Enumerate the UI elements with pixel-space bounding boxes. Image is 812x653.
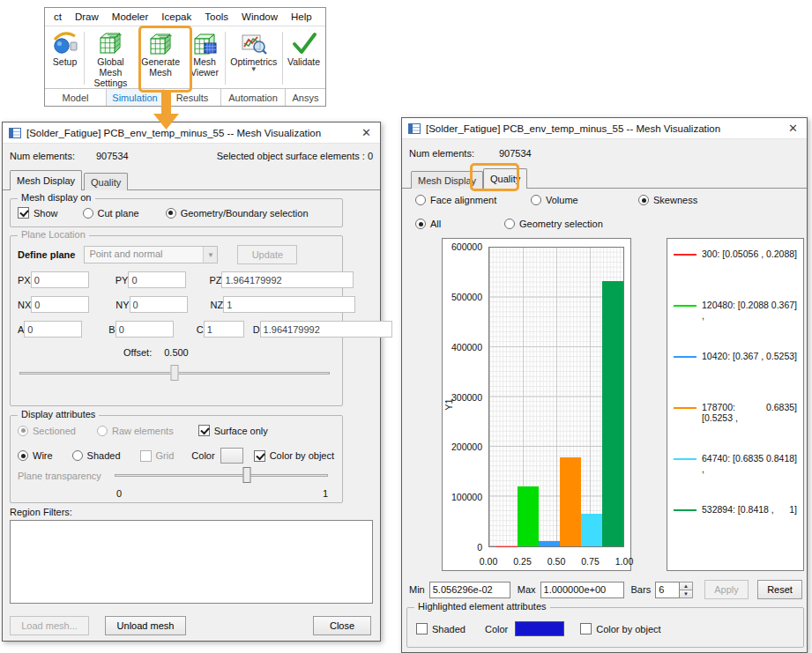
y-tick-label: 100000 bbox=[451, 492, 482, 502]
sectioned-radio bbox=[18, 426, 28, 436]
bars-spinner[interactable]: ▲ ▼ bbox=[680, 582, 693, 598]
min-input[interactable] bbox=[429, 582, 510, 598]
geometry-boundary-label: Geometry/Boundary selection bbox=[181, 208, 309, 219]
tab-quality[interactable]: Quality bbox=[483, 168, 527, 189]
menu-item-window[interactable]: Window bbox=[242, 11, 278, 22]
menu-item-icepak[interactable]: Icepak bbox=[161, 11, 191, 22]
volume-radio[interactable] bbox=[531, 195, 541, 205]
transparency-slider-thumb[interactable] bbox=[243, 467, 251, 483]
wire-radio[interactable] bbox=[18, 450, 28, 461]
max-input[interactable] bbox=[540, 582, 624, 598]
legend-series-line bbox=[674, 305, 697, 307]
scope-all-radio[interactable] bbox=[415, 219, 426, 229]
menu-item-help[interactable]: Help bbox=[291, 11, 312, 22]
ny-input bbox=[130, 296, 188, 313]
tab-mesh-display[interactable]: Mesh Display bbox=[10, 170, 82, 190]
toolbar-button-mesh-viewer[interactable]: Mesh Viewer bbox=[185, 28, 223, 88]
legend-item-label: 64740: [0.6835 ,0.8418] bbox=[702, 454, 797, 474]
legend-item: 10420: [0.367 ,0.5253] bbox=[674, 346, 797, 397]
ribbon-group-ansys[interactable]: Ansys bbox=[286, 89, 325, 106]
scale-min-label: 0 bbox=[116, 488, 122, 499]
color-label: Color bbox=[485, 624, 508, 634]
toolbar-button-optimetrics[interactable]: Optimetrics ▼ bbox=[226, 28, 281, 88]
face-alignment-radio[interactable] bbox=[415, 195, 426, 205]
shaded-radio[interactable] bbox=[72, 450, 83, 461]
color-button[interactable] bbox=[220, 448, 243, 464]
legend-item: 64740: [0.6835 ,0.8418] bbox=[674, 449, 797, 500]
geometry-selection-radio[interactable] bbox=[504, 219, 515, 229]
color-by-object-checkbox[interactable] bbox=[254, 450, 265, 462]
unload-mesh-button[interactable]: Unload mesh bbox=[105, 616, 186, 635]
menu-item-ct[interactable]: ct bbox=[54, 11, 62, 22]
shaded-checkbox[interactable] bbox=[416, 623, 428, 634]
c-input bbox=[204, 321, 244, 338]
legend-item-label: 532894: [0.8418 ,1] bbox=[702, 505, 797, 516]
color-label: Color bbox=[191, 450, 214, 461]
scope-all-label: All bbox=[430, 219, 441, 229]
pz-input bbox=[221, 271, 354, 288]
ribbon-group-model[interactable]: Model bbox=[45, 89, 107, 106]
x-tick-label: 1.00 bbox=[615, 556, 633, 567]
num-elements-label: Num elements: bbox=[10, 151, 75, 161]
group-title: Mesh display on bbox=[18, 192, 95, 203]
menu-item-tools[interactable]: Tools bbox=[205, 11, 228, 22]
close-icon[interactable]: ✕ bbox=[786, 122, 801, 135]
nx-label: NX bbox=[18, 300, 31, 310]
num-elements-value: 907534 bbox=[96, 151, 129, 161]
surface-only-label: Surface only bbox=[214, 426, 268, 436]
face-alignment-label: Face alignment bbox=[430, 195, 496, 205]
ribbon-group-simulation[interactable]: Simulation bbox=[107, 89, 164, 106]
reset-button[interactable]: Reset bbox=[757, 580, 802, 599]
cut-plane-radio[interactable] bbox=[83, 208, 93, 219]
show-checkbox[interactable] bbox=[18, 207, 29, 219]
y-axis-ticks: 0100000200000300000400000500000600000 bbox=[443, 247, 485, 547]
nz-input bbox=[223, 296, 355, 313]
legend-item: 178700: [0.5253 ,0.6835] bbox=[674, 397, 797, 449]
toolbar-button-global-mesh-settings[interactable]: Global Mesh Settings bbox=[86, 28, 136, 88]
ribbon-group-tabs: Model Simulation Results Automation Ansy… bbox=[45, 88, 325, 106]
surface-only-checkbox[interactable] bbox=[198, 425, 210, 436]
close-button[interactable]: Close bbox=[313, 616, 371, 635]
dialog-titlebar[interactable]: [Solder_Fatigue] PCB_env_temp_minus_55 -… bbox=[3, 122, 380, 144]
legend-series-line bbox=[674, 458, 697, 460]
histogram-bar bbox=[518, 486, 539, 546]
ribbon-group-automation[interactable]: Automation bbox=[221, 89, 286, 106]
menu-item-draw[interactable]: Draw bbox=[75, 11, 99, 22]
color-by-object-checkbox[interactable] bbox=[580, 623, 592, 634]
plane-transparency-slider[interactable] bbox=[115, 467, 328, 485]
histogram-bar bbox=[539, 541, 560, 546]
y-tick-label: 400000 bbox=[451, 342, 482, 352]
cut-plane-label: Cut plane bbox=[98, 208, 139, 219]
spinner-down-icon[interactable]: ▼ bbox=[680, 590, 692, 597]
dialog-window-icon bbox=[408, 123, 421, 134]
toolbar-button-setup[interactable]: Setup bbox=[47, 28, 83, 88]
dialog-titlebar[interactable]: [Solder_Fatigue] PCB_env_temp_minus_55 -… bbox=[402, 118, 807, 139]
y-tick-label: 600000 bbox=[451, 241, 482, 252]
mesh-viewer-icon bbox=[191, 31, 218, 56]
legend-item-label: 178700: [0.5253 ,0.6835] bbox=[702, 403, 797, 423]
toolbar-separator bbox=[225, 32, 226, 85]
spinner-up-icon[interactable]: ▲ bbox=[680, 583, 692, 590]
plot-area bbox=[488, 247, 624, 547]
ribbon-window: ct Draw Modeler Icepak Tools Window Help… bbox=[44, 7, 326, 107]
color-by-object-label: Color by object bbox=[596, 624, 660, 634]
legend-panel: 300: [0.05056 ,0.2088]120480: [0.2088 ,0… bbox=[667, 238, 804, 571]
tab-quality[interactable]: Quality bbox=[84, 173, 128, 190]
highlight-color-swatch[interactable] bbox=[515, 621, 564, 636]
bars-label: Bars bbox=[631, 584, 652, 595]
region-filters-listbox[interactable] bbox=[10, 520, 373, 604]
ribbon-group-results[interactable]: Results bbox=[164, 89, 221, 106]
tab-mesh-display[interactable]: Mesh Display bbox=[411, 171, 483, 189]
toolbar-button-generate-mesh[interactable]: Generate Mesh bbox=[136, 28, 186, 88]
toolbar-button-validate[interactable]: Validate bbox=[284, 28, 324, 88]
bars-input[interactable] bbox=[655, 582, 680, 598]
d-label: D bbox=[253, 324, 260, 335]
raw-elements-label: Raw elements bbox=[112, 426, 174, 436]
geometry-boundary-radio[interactable] bbox=[166, 208, 176, 219]
highlighted-element-attributes-group: Highlighted element attributes Shaded Co… bbox=[406, 607, 804, 648]
legend-series-line bbox=[674, 509, 697, 511]
close-icon[interactable]: ✕ bbox=[359, 126, 374, 139]
sectioned-label: Sectioned bbox=[33, 426, 76, 436]
menu-item-modeler[interactable]: Modeler bbox=[112, 11, 149, 22]
skewness-radio[interactable] bbox=[638, 195, 649, 205]
